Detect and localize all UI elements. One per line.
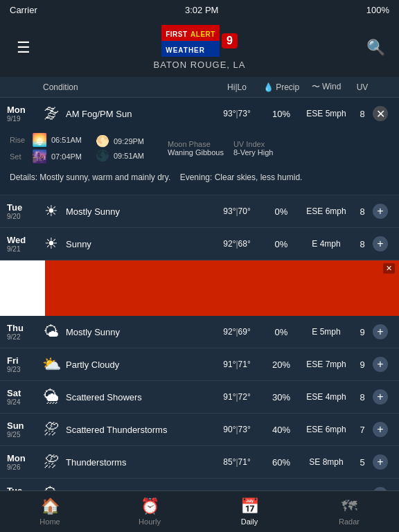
expand-button[interactable]: +	[373, 236, 388, 251]
sun-icon: 🌅	[32, 132, 47, 148]
menu-icon[interactable]: ☰	[11, 39, 36, 57]
carrier-label: Carrier	[10, 5, 37, 15]
home-icon: 🏠	[41, 497, 60, 515]
day-label: Thu 9/22	[7, 323, 39, 341]
expand-btn-cell[interactable]: +	[373, 389, 392, 405]
moon-phase-label: Moon Phase	[168, 140, 224, 148]
weather-icon: ⛈	[42, 420, 61, 438]
nav-daily-label: Daily	[241, 517, 258, 526]
expand-btn-cell[interactable]: +	[373, 324, 392, 339]
forecast-row: Tue 9/20 ☀ Mostly Sunny 93°|70° 0% ESE 6…	[0, 195, 399, 228]
hilo-cell: 91°|71°	[212, 360, 262, 369]
expand-btn-cell[interactable]: +	[373, 204, 392, 219]
expand-button[interactable]: +	[373, 324, 388, 339]
logo-weather: WEATHER	[166, 46, 205, 54]
wind-cell: ESE 7mph	[301, 360, 352, 369]
battery-label: 100%	[366, 5, 389, 15]
expanded-close-btn[interactable]: ✕	[373, 106, 392, 121]
col-condition-header: Condition	[39, 82, 212, 92]
precip-cell: 60%	[262, 457, 301, 468]
rise-time-1: 06:51AM	[51, 136, 82, 144]
expanded-day-row: Mon 9/19 🌫 AM Fog/PM Sun 93°|73° 10% ESE…	[0, 98, 399, 195]
forecast-row: Sun 9/25 ⛈ Scattered Thunderstorms 90°|7…	[0, 414, 399, 446]
rise-label: Rise	[10, 136, 28, 144]
logo-first: FIRST	[166, 30, 187, 38]
expanded-weather-icon: 🌫	[42, 105, 61, 123]
ad-banner: ✕	[0, 260, 399, 316]
expanded-hilo: 93°|73°	[212, 109, 262, 118]
nav-item-hourly[interactable]: ⏰ Hourly	[100, 493, 200, 530]
day-label: Wed 9/21	[7, 235, 39, 253]
precip-drop-icon: 💧	[263, 82, 274, 92]
column-headers: Condition Hi|Lo 💧 Precip 〜 Wind UV	[0, 77, 399, 98]
evening-text: Evening: Clear skies, less humid.	[180, 172, 303, 182]
col-hilo-header: Hi|Lo	[212, 82, 262, 92]
expanded-row-main: Mon 9/19 🌫 AM Fog/PM Sun 93°|73° 10% ESE…	[7, 105, 392, 123]
weather-icon: 🌤	[42, 323, 61, 341]
day-label: Tue 9/20	[7, 202, 39, 220]
set-time-1: 07:04PM	[51, 152, 82, 161]
precip-cell: 0%	[262, 206, 301, 217]
moon-rise-icon: 🌕	[96, 134, 109, 148]
sun-moon-info-row: Rise 🌅 06:51AM Set 🌆 07:04PM 🌕 09:29PM 🌑	[7, 128, 392, 168]
nav-item-daily[interactable]: 📅 Daily	[200, 493, 299, 530]
condition-text: Scattered Thunderstorms	[66, 425, 167, 435]
nav-home-label: Home	[39, 517, 60, 526]
weather-icon: ☀	[42, 235, 61, 253]
expand-btn-cell[interactable]: +	[373, 454, 392, 470]
forecast-row: Thu 9/22 🌤 Mostly Sunny 92°|69° 0% E 5mp…	[0, 316, 399, 348]
expand-button[interactable]: +	[373, 454, 388, 470]
condition-cell: ⛅ Partly Cloudy	[39, 355, 212, 373]
expand-btn-cell[interactable]: +	[373, 357, 392, 372]
precip-cell: 30%	[262, 392, 301, 402]
sunset-icon: 🌆	[32, 149, 47, 164]
ad-close-icon[interactable]: ✕	[383, 263, 395, 274]
condition-cell: 🌦 Scattered Showers	[39, 388, 212, 406]
expand-button[interactable]: +	[373, 422, 388, 437]
day-label: Sun 9/25	[7, 420, 39, 438]
rise-time-2: 09:29PM	[114, 137, 144, 145]
precip-cell: 20%	[262, 360, 301, 370]
close-expanded-button[interactable]: ✕	[373, 106, 388, 121]
nav-item-home[interactable]: 🏠 Home	[0, 493, 100, 530]
condition-cell: ☀ Mostly Sunny	[39, 202, 212, 220]
detail-text: Details: Mostly sunny, warm and mainly d…	[10, 172, 170, 182]
expand-button[interactable]: +	[373, 357, 388, 372]
condition-cell: ☀ Sunny	[39, 235, 212, 253]
wind-cell: E 4mph	[301, 239, 352, 249]
status-bar: Carrier 3:02 PM 100%	[0, 0, 399, 19]
logo-alert: ALERT	[190, 30, 215, 38]
moon-phase-block: Moon Phase Waning Gibbous	[168, 140, 224, 157]
wind-cell: ESE 4mph	[301, 392, 352, 402]
expand-button[interactable]: +	[373, 204, 388, 219]
day-label: Sat 9/24	[7, 388, 39, 406]
condition-cell: ⛈ Thunderstorms	[39, 453, 212, 471]
expanded-condition-cell: 🌫 AM Fog/PM Sun	[39, 105, 212, 123]
expanded-wind: ESE 5mph	[301, 109, 352, 118]
precip-cell: 0%	[262, 239, 301, 249]
forecast-row: Mon 9/26 ⛈ Thunderstorms 85°|71° 60% SE …	[0, 446, 399, 479]
expand-button[interactable]: +	[373, 389, 388, 405]
nav-radar-label: Radar	[339, 517, 360, 526]
expanded-uv: 8	[352, 109, 373, 119]
uv-index-value: 8-Very High	[233, 148, 273, 157]
set-label: Set	[10, 152, 28, 161]
forecast-row: Fri 9/23 ⛅ Partly Cloudy 91°|71° 20% ESE…	[0, 348, 399, 381]
forecast-row: Wed 9/21 ☀ Sunny 92°|68° 0% E 4mph 8 +	[0, 228, 399, 260]
nav-item-radar[interactable]: 🗺 Radar	[299, 493, 399, 530]
weather-icon: ⛈	[42, 453, 61, 471]
precip-cell: 40%	[262, 425, 301, 435]
expand-btn-cell[interactable]: +	[373, 422, 392, 437]
ad-red: ✕	[45, 260, 399, 316]
hilo-cell: 93°|70°	[212, 206, 262, 216]
uv-cell: 9	[352, 360, 373, 370]
daily-icon: 📅	[240, 497, 259, 515]
expand-btn-cell[interactable]: +	[373, 236, 392, 251]
uv-cell: 8	[352, 392, 373, 402]
search-icon[interactable]: 🔍	[363, 39, 388, 57]
uv-index-label: UV Index	[233, 140, 273, 148]
hilo-cell: 90°|73°	[212, 425, 262, 434]
forecast-list: Tue 9/20 ☀ Mostly Sunny 93°|70° 0% ESE 6…	[0, 195, 399, 532]
condition-cell: 🌤 Mostly Sunny	[39, 323, 212, 341]
weather-icon: 🌦	[42, 388, 61, 406]
